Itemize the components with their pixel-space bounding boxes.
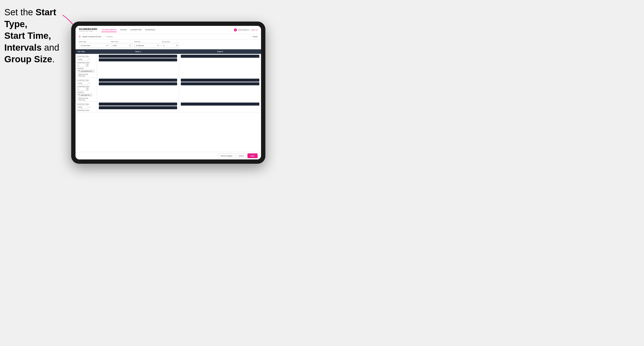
starting-time-label-2: STARTING TIME: — [77, 79, 95, 81]
starting-time-input-3[interactable] — [77, 105, 88, 109]
course-remove-1[interactable]: × — [93, 70, 94, 72]
player-row-1-1: × ⌄ — [99, 55, 177, 58]
group-size-label: Group Size — [162, 41, 179, 43]
start-time-input[interactable] — [111, 43, 132, 48]
player-row-1-2: × ⌄ — [99, 58, 177, 61]
nav-tab-tournaments[interactable]: TOURNAMENTS — [102, 28, 116, 32]
player-close-2-1[interactable]: × — [256, 56, 256, 57]
player-close-6-1[interactable]: × — [256, 103, 256, 105]
start-type-select[interactable]: 1st Tee Start Shotgun Start Rolling Star… — [79, 43, 109, 48]
nav-tab-committee[interactable]: COMMITTEE — [130, 28, 142, 32]
breadcrumb-tournament[interactable]: Clippd Invitational (Mo... — [82, 35, 103, 38]
player-expand-4-2[interactable]: ⌄ — [257, 83, 258, 85]
group-size-select[interactable]: 2 3 4 — [162, 43, 179, 48]
start-time-label: Start Time — [111, 41, 132, 43]
remove-group-btn-2[interactable]: ○ Remove Group — [77, 97, 95, 99]
player-expand-5-1[interactable]: ⌄ — [175, 103, 176, 105]
add-group-btn-2[interactable]: + Add Group — [77, 99, 95, 101]
group-section-3: STARTING TIME: ⏱ STARTING HOLE: × ⌄ — [76, 102, 261, 112]
breadcrumb-logo: C — [79, 35, 81, 38]
annotation-line4-bold: Group Size — [4, 54, 52, 64]
nav-tab-rankings[interactable]: RANKINGS — [145, 28, 155, 32]
player-expand-3-2[interactable]: ⌄ — [175, 83, 176, 85]
player-close-1-2[interactable]: × — [174, 59, 174, 61]
course-tag-2: 📍 East Lake GC × — [77, 94, 92, 97]
nav-avatar: B — [234, 28, 237, 31]
player-expand-3-1[interactable]: ⌄ — [175, 79, 176, 81]
table-header: Tee Time Team 1 Team 2 — [76, 49, 261, 54]
player-expand-1-2[interactable]: ⌄ — [175, 59, 176, 61]
starting-hole-input-1[interactable] — [77, 63, 86, 67]
starting-hole-input-2[interactable] — [77, 87, 86, 91]
course-label-2: COURSE: — [77, 92, 95, 93]
starting-time-input-2[interactable] — [77, 81, 88, 85]
breadcrumb: C Clippd Invitational (Mo... › Hosting — [79, 35, 112, 38]
team2-cell-2: × ⌄ × ⌄ — [179, 78, 261, 101]
starting-time-label-1: STARTING TIME: — [77, 56, 95, 57]
player-expand-1-1[interactable]: ⌄ — [175, 55, 176, 57]
breadcrumb-hosting: Hosting — [106, 35, 113, 38]
player-close-5-2[interactable]: × — [174, 107, 174, 109]
sign-out-link[interactable]: Sign out — [251, 29, 258, 31]
team2-cell-1: × ⌄ — [179, 54, 261, 78]
stepper-up-1[interactable]: ▲ — [86, 63, 89, 65]
user-email: blair@clippd.io — [238, 29, 249, 31]
course-icon-1: 📍 — [78, 70, 80, 72]
breadcrumb-bar: C Clippd Invitational (Mo... › Hosting B… — [76, 34, 261, 39]
add-group-btn-1[interactable]: + Add Group — [77, 75, 95, 77]
starting-hole-label-3: STARTING HOLE: — [77, 110, 95, 111]
starting-time-field-1: ⏱ — [77, 57, 95, 61]
course-name-2: East Lake GC — [81, 94, 90, 96]
course-name-1: (A) Peachtree GC — [81, 70, 92, 72]
player-close-4-1[interactable]: × — [256, 79, 256, 81]
course-tag-1: 📍 (A) Peachtree GC × — [77, 70, 95, 73]
save-button[interactable]: Save — [248, 153, 258, 158]
reset-changes-button[interactable]: Reset Changes — [218, 153, 235, 158]
intervals-select[interactable]: 5 Minutes 8 Minutes 10 Minutes 12 Minute… — [134, 43, 160, 48]
cancel-button[interactable]: Cancel — [236, 153, 246, 158]
stepper-down-2[interactable]: ▼ — [86, 89, 89, 91]
action-links-2: ○ Remove Group + Add Group — [77, 97, 95, 101]
col-team1: Team 1 — [97, 49, 179, 54]
remove-icon-2: ○ — [77, 97, 78, 99]
nav-tab-teams[interactable]: TEAMS — [120, 28, 127, 32]
starting-hole-stepper-1: ▲ ▼ — [77, 63, 95, 67]
col-tee-time: Tee Time — [76, 49, 97, 54]
course-remove-2[interactable]: × — [90, 94, 91, 96]
course-icon-2: 📍 — [78, 94, 80, 96]
starting-hole-label-1: STARTING HOLE: — [77, 62, 95, 63]
player-expand-2-1[interactable]: ⌄ — [257, 55, 258, 57]
group-row-3: STARTING TIME: ⏱ STARTING HOLE: × ⌄ — [76, 102, 261, 112]
starting-time-field-2: ⏱ — [77, 81, 95, 85]
nav-right: B blair@clippd.io | Sign out — [234, 28, 258, 31]
player-expand-6-1[interactable]: ⌄ — [257, 103, 258, 105]
back-button[interactable]: Back — [252, 35, 258, 38]
starting-time-input-1[interactable] — [77, 57, 88, 61]
annotation-text: Set the Start Type, Start Time, Interval… — [4, 6, 73, 65]
player-row-4-2: × ⌄ — [181, 82, 259, 85]
nav-tabs: TOURNAMENTS TEAMS COMMITTEE RANKINGS — [102, 28, 234, 32]
remove-group-btn-1[interactable]: ○ Remove Group — [77, 73, 95, 75]
player-row-5-2: × ⌄ — [99, 106, 177, 109]
player-row-3-2: × ⌄ — [99, 82, 177, 85]
group-row-1: STARTING TIME: ⏱ STARTING HOLE: ▲ ▼ — [76, 54, 261, 78]
player-close-3-1[interactable]: × — [174, 79, 174, 81]
stepper-btns-2: ▲ ▼ — [86, 87, 89, 91]
player-close-5-1[interactable]: × — [174, 103, 174, 105]
breadcrumb-sep: › — [104, 35, 105, 38]
clock-icon-3: ⏱ — [89, 106, 90, 108]
team1-cell-3: × ⌄ × ⌄ — [97, 102, 179, 112]
group-section-1: STARTING TIME: ⏱ STARTING HOLE: ▲ ▼ — [76, 54, 261, 78]
player-close-4-2[interactable]: × — [256, 83, 256, 85]
player-expand-5-2[interactable]: ⌄ — [175, 107, 176, 109]
player-expand-4-1[interactable]: ⌄ — [257, 79, 258, 81]
stepper-down-1[interactable]: ▼ — [86, 65, 89, 67]
clock-icon-1: ⏱ — [89, 58, 90, 60]
starting-time-field-3: ⏱ — [77, 105, 95, 109]
annotation-line3-plain: and — [42, 42, 59, 53]
player-close-3-2[interactable]: × — [174, 83, 174, 85]
stepper-up-2[interactable]: ▲ — [86, 87, 89, 89]
tablet-frame: SCOREBOARD Powered by clipp'd TOURNAMENT… — [71, 21, 265, 164]
player-close-1-1[interactable]: × — [174, 56, 174, 57]
stepper-btns-1: ▲ ▼ — [86, 63, 89, 67]
